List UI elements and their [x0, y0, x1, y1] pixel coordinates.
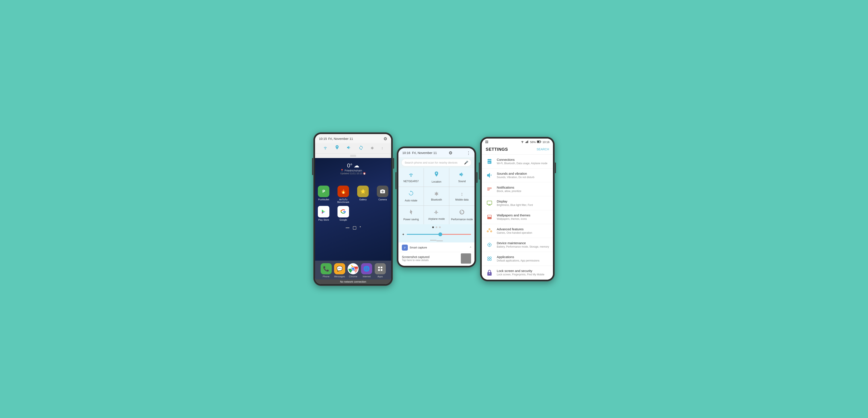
performance-toggle-icon — [459, 209, 465, 217]
settings-lockscreen[interactable]: Lock screen and security Lock screen, Fi… — [482, 266, 553, 280]
toggle-autorotate[interactable]: Auto rotate — [398, 187, 424, 206]
p1-gear-icon[interactable]: ⚙ — [383, 136, 387, 141]
settings-display[interactable]: Display Brightness, Blue light filter, F… — [482, 196, 553, 210]
notif-expand-icon[interactable]: ^ — [470, 246, 471, 249]
page-dot-1[interactable] — [432, 227, 434, 228]
p2-search-input[interactable]: Search phone and scan for nearby devices… — [401, 159, 471, 166]
svg-rect-18 — [528, 140, 529, 143]
transfer-icon: ↕ — [381, 146, 383, 150]
app-antutu[interactable]: 🔥 AnTuTu Benchmark — [335, 186, 352, 203]
volume-button2[interactable] — [396, 172, 397, 189]
notif-thumbnail — [461, 253, 471, 264]
p3-screenshot-icon: 🖼 — [485, 140, 488, 144]
p2-notification-header: Smart capture ^ — [398, 242, 474, 252]
p1-cloud-icon: ☁ — [354, 162, 359, 169]
p2-brightness: ✦ — [398, 230, 474, 239]
location-icon[interactable] — [335, 145, 339, 151]
wifi-toggle-icon — [408, 172, 414, 179]
settings-wallpapers[interactable]: Wallpapers and themes Wallpapers, themes… — [482, 210, 553, 224]
wallpapers-icon — [486, 213, 493, 221]
mobiledata-toggle-label: Mobile data — [455, 198, 468, 201]
p2-page-dots — [398, 224, 474, 230]
settings-notifications[interactable]: Notifications Block, allow, prioritize — [482, 182, 553, 196]
p1-dock-nav — [346, 226, 361, 230]
page-dot-3[interactable] — [439, 227, 441, 228]
p2-notif-content[interactable]: Screenshot captured Tap here to view det… — [398, 252, 474, 266]
p3-search-button[interactable]: SEARCH — [536, 148, 549, 151]
toggle-wifi[interactable]: NETGEAR57 — [398, 168, 424, 187]
airplane-toggle-icon — [433, 210, 439, 216]
nav-home-icon[interactable] — [353, 226, 356, 230]
app-pushbullet[interactable]: 𝗣 Pushbullet — [315, 186, 332, 203]
power-button[interactable] — [393, 158, 394, 169]
phone3: 🖼 56% 10:16 SETTINGS SEARCH — [480, 137, 555, 281]
settings-maintenance[interactable]: Device maintenance Battery, Performance … — [482, 238, 553, 252]
page-dot-2[interactable] — [436, 227, 437, 228]
dock-apps[interactable]: Apps — [375, 263, 386, 278]
p2-status-bar: 10:16 Fri, November 11 ⚙ ⋮ — [398, 148, 474, 157]
p2-quick-toggles: NETGEAR57 Location Sound — [398, 168, 474, 224]
toggle-performancemode[interactable]: Performance mode — [449, 206, 474, 224]
brightness-thumb[interactable] — [438, 232, 442, 236]
p2-menu-icon[interactable]: ⋮ — [466, 150, 471, 155]
settings-connections[interactable]: Connections Wi-Fi, Bluetooth, Data usage… — [482, 155, 553, 169]
settings-display-text: Display Brightness, Blue light filter, F… — [497, 200, 549, 207]
toggle-location[interactable]: Location — [424, 168, 449, 187]
svg-rect-17 — [527, 141, 528, 143]
dock-chrome[interactable]: Chrome — [347, 263, 359, 278]
p2-notification-area: Smart capture ^ Screenshot captured Tap … — [398, 242, 474, 266]
p3-header: SETTINGS SEARCH — [482, 145, 553, 155]
sync-icon[interactable] — [359, 145, 363, 151]
p3-settings-title: SETTINGS — [486, 147, 508, 152]
toggle-powersaving[interactable]: Power saving — [398, 206, 424, 224]
settings-advanced[interactable]: Advanced features Games, One-handed oper… — [482, 224, 553, 238]
nav-menu-icon[interactable] — [346, 228, 349, 228]
settings-maintenance-text: Device maintenance Battery, Performance … — [497, 241, 549, 248]
p2-gear-icon[interactable]: ⚙ — [448, 150, 453, 155]
power-button2[interactable] — [476, 172, 477, 183]
p1-weather: 0° ☁ 📍 Friedrichshain Updated 11/11 10:1… — [340, 158, 366, 177]
settings-advanced-text: Advanced features Games, One-handed oper… — [497, 227, 549, 234]
svg-point-8 — [352, 267, 354, 270]
app-playstore[interactable]: Play Store — [315, 206, 332, 221]
sound-icon[interactable] — [346, 145, 351, 151]
brightness-icon: ✦ — [402, 232, 405, 237]
svg-point-25 — [488, 257, 489, 259]
dock-messages[interactable]: 💬 Messages — [334, 263, 345, 278]
notif-screenshot-sub: Tap here to view details — [402, 259, 429, 262]
toggle-sound[interactable]: Sound — [449, 168, 474, 187]
notif-app-icon — [402, 245, 408, 250]
brightness-slider[interactable] — [407, 234, 471, 235]
bluetooth-icon[interactable]: ✱ — [371, 146, 374, 151]
svg-rect-12 — [381, 269, 382, 271]
svg-rect-21 — [537, 141, 539, 142]
settings-wallpapers-text: Wallpapers and themes Wallpapers, themes… — [497, 213, 549, 220]
power-button3[interactable] — [555, 162, 556, 173]
app-camera[interactable]: Camera — [374, 186, 391, 203]
settings-applications[interactable]: Applications Default applications, App p… — [482, 252, 553, 266]
volume-button[interactable] — [312, 158, 313, 175]
svg-point-27 — [488, 259, 489, 261]
app-gallery[interactable]: ⭐ Gallery — [354, 186, 371, 203]
p1-updated: Updated 11/11 10:15 ⏰ — [340, 172, 366, 175]
settings-applications-text: Applications Default applications, App p… — [497, 255, 549, 262]
svg-rect-9 — [378, 267, 380, 268]
toggle-bluetooth[interactable]: ✱ Bluetooth — [424, 187, 449, 206]
dock-internet[interactable]: 🌐 Internet — [361, 263, 372, 278]
p2-mic-icon[interactable]: 🎤 — [464, 160, 468, 165]
svg-rect-15 — [526, 142, 526, 143]
wifi-toggle-label: NETGEAR57 — [404, 180, 419, 183]
connections-icon — [486, 157, 493, 165]
notif-app-name: Smart capture — [409, 246, 427, 249]
app-google[interactable]: Google — [335, 206, 352, 221]
wifi-icon[interactable] — [323, 146, 328, 151]
p1-temp: 0° — [347, 162, 352, 169]
toggle-mobiledata[interactable]: ↕ Mobile data — [449, 187, 474, 206]
p1-location: 📍 Friedrichshain — [340, 169, 366, 172]
settings-sounds[interactable]: Sounds and vibration Sounds, Vibration, … — [482, 169, 553, 182]
dock-phone[interactable]: 📞 Phone — [320, 263, 332, 278]
nav-back-dot[interactable] — [360, 226, 361, 227]
volume-button3[interactable] — [479, 162, 480, 180]
toggle-airplanemode[interactable]: Airplane mode — [424, 206, 449, 224]
applications-icon — [486, 255, 493, 263]
